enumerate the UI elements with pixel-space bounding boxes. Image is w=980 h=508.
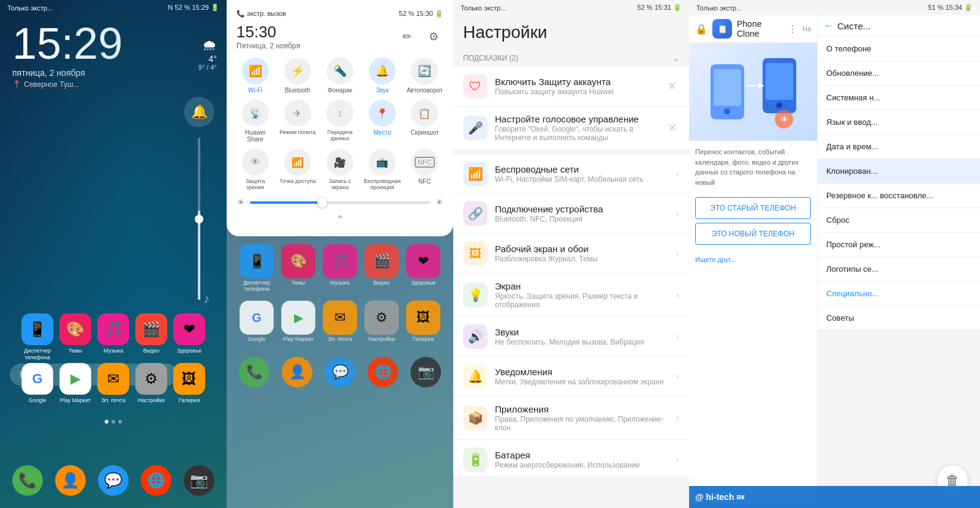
s3-setting-apps[interactable]: 📦 Приложения Права, Приложения по умолча… [453, 397, 689, 440]
s2-hotspot-btn[interactable]: 📶 [284, 149, 311, 176]
s4-sys-tips[interactable]: Советы [818, 306, 980, 331]
s2-flashlight-btn[interactable]: 🔦 [326, 58, 353, 84]
dock-contacts[interactable]: 👤 [282, 357, 312, 387]
s2-data-btn[interactable]: ↕ [326, 100, 353, 127]
s2-plane-btn[interactable]: ✈ [284, 100, 311, 127]
list-item[interactable]: ▶ Play Маркет [59, 363, 91, 404]
list-item[interactable]: 🎵 Музыка [323, 244, 357, 292]
s2-quick-record[interactable]: 🎥 Запись с экрана [321, 149, 358, 190]
list-item[interactable]: G Google [239, 301, 274, 342]
dock-item-contacts[interactable]: 👤 [55, 465, 86, 496]
s4-sys-simple[interactable]: Простой реж... [818, 233, 980, 257]
s2-quick-nfc[interactable]: NFC NFC [406, 149, 443, 190]
s4-back-arrow[interactable]: ← [824, 20, 834, 31]
s4-sys-special[interactable]: Специально... [818, 282, 980, 306]
s4-btn-new-phone[interactable]: ЭТО НОВЫЙ ТЕЛЕФОН [695, 223, 811, 245]
list-item[interactable]: 🎨 Темы [59, 313, 91, 354]
s2-quick-project[interactable]: 📺 Беспроводная проекция [364, 149, 401, 190]
s2-rotate-btn[interactable]: 🔄 [411, 58, 438, 84]
s3-suggestion2-close[interactable]: ✕ [665, 119, 679, 137]
s2-eye-btn[interactable]: 👁 [242, 149, 269, 176]
s2-project-btn[interactable]: 📺 [369, 149, 396, 176]
s2-expand-arrow[interactable]: ⌃ [236, 213, 443, 226]
list-item[interactable]: ✉ Эл. почта [97, 363, 129, 404]
list-item[interactable]: 🖼 Галерея [406, 301, 440, 342]
s3-suggestion-2[interactable]: 🎤 Настройте голосовое управление Говорит… [453, 106, 689, 149]
list-item[interactable]: 📱 Диспетчертелефона [21, 313, 53, 361]
dock-item-camera[interactable]: 📷 [184, 465, 214, 496]
s2-nfc-btn[interactable]: NFC [411, 149, 438, 176]
list-item[interactable]: 🖼 Галерея [173, 363, 205, 404]
s4-sys-language[interactable]: Язык и ввод... [818, 110, 980, 135]
s3-suggestion-1[interactable]: 🛡 Включить Защиту аккаунта Повысить защи… [453, 67, 689, 106]
s3-setting-notifications[interactable]: 🔔 Уведомления Метки, Уведомления на забл… [453, 357, 689, 397]
s4-clone-app-icon: 📋 [712, 19, 732, 39]
list-item[interactable]: 🎬 Видео [135, 313, 167, 354]
s4-sys-reset[interactable]: Сброс [818, 208, 980, 233]
list-item[interactable]: ⚙ Настройки [364, 301, 399, 342]
s2-quick-screenshot[interactable]: 📋 Скриншот [406, 100, 443, 143]
s4-sys-system[interactable]: Системная н... [818, 86, 980, 110]
s2-brightness-track[interactable] [250, 201, 430, 204]
s2-quick-hotspot[interactable]: 📶 Точка доступа [279, 149, 316, 190]
s3-suggestions-header[interactable]: ПОДСКАЗКИ (2) ⌄ [453, 47, 689, 67]
s3-setting-homescreen[interactable]: 🖼 Рабочий экран и обои Разблокировка Жур… [453, 234, 689, 274]
s4-sys-datetime[interactable]: Дата и врем... [818, 135, 980, 159]
s2-quick-wifi[interactable]: 📶 Wi-Fi [236, 58, 274, 94]
dock-browser[interactable]: 🌐 [368, 357, 398, 387]
s2-edit-icon[interactable]: ✏ [397, 27, 417, 47]
dock-camera[interactable]: 📷 [410, 357, 441, 387]
s2-brightness-row[interactable]: ☀ ☀ [236, 196, 443, 208]
s2-wifi-btn[interactable]: 📶 [242, 58, 269, 84]
s2-bluetooth-btn[interactable]: ⚡ [284, 58, 311, 84]
s3-setting-screen[interactable]: 💡 Экран Яркость, Защита зрения, Размер т… [453, 274, 689, 317]
list-item[interactable]: ❤ Здоровье [173, 313, 205, 354]
s2-quick-data[interactable]: ↕ Передача данных [321, 100, 358, 143]
s3-setting-sounds[interactable]: 🔊 Звуки Не беспокоить, Мелодия вызова, В… [453, 317, 689, 357]
dock-item-messages[interactable]: 💬 [98, 465, 129, 496]
list-item[interactable]: ❤ Здоровье [406, 244, 440, 292]
s4-sys-clone[interactable]: Клонирован... [818, 159, 980, 184]
s1-notif-bell[interactable]: 🔔 [184, 97, 214, 127]
s2-sound-btn[interactable]: 🔔 [369, 58, 396, 84]
s1-brightness-slider[interactable] [184, 138, 214, 300]
svg-rect-4 [766, 63, 793, 100]
s2-quick-bluetooth[interactable]: ⚡ Bluetooth [279, 58, 316, 94]
s3-setting-wireless[interactable]: 📶 Беспроводные сети Wi-Fi, Настройки SIM… [453, 154, 689, 194]
list-item[interactable]: ✉ Эл. почта [323, 301, 357, 342]
list-item[interactable]: 📱 Диспетчертелефона [239, 244, 274, 292]
s2-quick-sound[interactable]: 🔔 Звук [364, 58, 401, 94]
s4-sys-logo[interactable]: Логотипы се... [818, 257, 980, 282]
s4-language-label: Язык и ввод... [826, 118, 878, 127]
s2-record-btn[interactable]: 🎥 [326, 149, 353, 176]
s4-sys-update[interactable]: Обновление... [818, 61, 980, 86]
list-item[interactable]: 🎬 Видео [364, 244, 399, 292]
s2-quick-eye[interactable]: 👁 Защита зрения [236, 149, 274, 190]
s4-app-menu-icon[interactable]: ⋮ [788, 23, 797, 35]
list-item[interactable]: ⚙ Настройки [135, 363, 167, 404]
s2-quick-flashlight[interactable]: 🔦 Фонарик [321, 58, 358, 94]
s4-btn-old-phone[interactable]: ЭТО СТАРЫЙ ТЕЛЕФОН [695, 197, 811, 219]
s2-screenshot-btn[interactable]: 📋 [411, 100, 438, 127]
list-item[interactable]: ▶ Play Маркет [281, 301, 315, 342]
dock-item-phone[interactable]: 📞 [12, 465, 43, 496]
s2-quick-share[interactable]: 📡 Huawei Share [236, 100, 274, 143]
s4-sys-about[interactable]: О телефоне [818, 37, 980, 61]
s2-settings-icon[interactable]: ⚙ [424, 27, 443, 47]
list-item[interactable]: 🎨 Темы [281, 244, 315, 292]
s3-setting-devices[interactable]: 🔗 Подключение устройства Bluetooth, NFC,… [453, 194, 689, 234]
s4-sys-backup[interactable]: Резервное к... восстановле... [818, 184, 980, 208]
s2-location-btn[interactable]: 📍 [369, 100, 396, 127]
dock-phone[interactable]: 📞 [239, 357, 270, 387]
s3-setting-battery[interactable]: 🔋 Батарея Режим энергосбережения, Исполь… [453, 440, 689, 476]
s3-suggestion1-close[interactable]: ✕ [665, 77, 679, 95]
list-item[interactable]: 🎵 Музыка [97, 313, 129, 354]
s4-find-other[interactable]: Ищете друг... [689, 251, 817, 268]
dock-item-browser[interactable]: 🌐 [141, 465, 172, 496]
s2-quick-location[interactable]: 📍 Место [364, 100, 401, 143]
list-item[interactable]: G Google [21, 363, 53, 404]
s2-quick-plane[interactable]: ✈ Режим полета [279, 100, 316, 143]
s2-share-btn[interactable]: 📡 [242, 100, 269, 127]
dock-messages[interactable]: 💬 [325, 357, 355, 387]
s2-quick-rotate[interactable]: 🔄 Автоповорот [406, 58, 443, 94]
